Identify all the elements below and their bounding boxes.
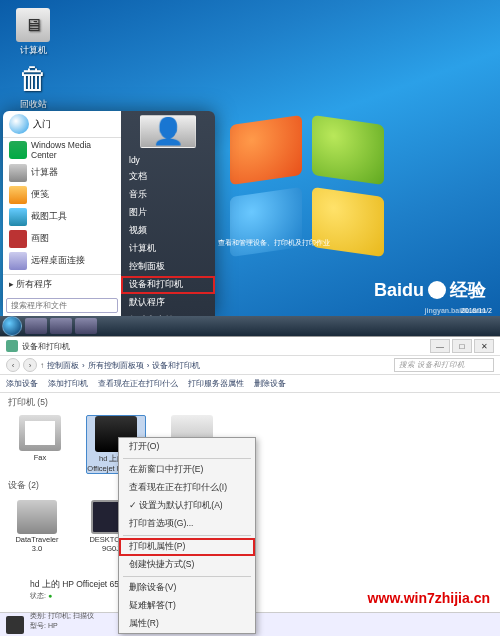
explorer-search[interactable]: 搜索 设备和打印机 bbox=[394, 358, 494, 372]
toolbar-item[interactable]: 删除设备 bbox=[254, 378, 286, 389]
start-menu-right: 👤 ldy文档音乐图片视频计算机控制面板设备和打印机默认程序帮助和支持 bbox=[121, 111, 215, 316]
paw-icon bbox=[428, 281, 446, 299]
window-title: 设备和打印机 bbox=[22, 341, 70, 352]
back-button[interactable]: ‹ bbox=[6, 358, 20, 372]
context-menu-item[interactable]: 删除设备(V) bbox=[119, 579, 255, 597]
forward-button[interactable]: › bbox=[23, 358, 37, 372]
app-icon bbox=[9, 208, 27, 226]
printer-icon bbox=[19, 415, 61, 451]
context-menu-item[interactable]: 疑难解答(T) bbox=[119, 597, 255, 615]
taskbar-explorer-icon[interactable] bbox=[50, 318, 72, 334]
context-menu-item[interactable]: 属性(R) bbox=[119, 615, 255, 633]
start-menu-left: 入门 Windows Media Center计算器便笺截图工具画图远程桌面连接… bbox=[3, 111, 121, 316]
breadcrumb-item[interactable]: 控制面板 bbox=[47, 360, 79, 371]
baidu-watermark: Baidu 经验 jingyan.baidu.com bbox=[374, 278, 486, 302]
desktop-icon-recycle[interactable]: 🗑 回收站 bbox=[10, 62, 56, 111]
toolbar-item[interactable]: 查看现在正在打印什么 bbox=[98, 378, 178, 389]
printers-header: 打印机 (5) bbox=[0, 393, 500, 413]
context-menu-item[interactable]: 打印首选项(G)... bbox=[119, 515, 255, 533]
start-right-item[interactable]: ldy bbox=[121, 152, 215, 168]
start-right-item[interactable]: 控制面板 bbox=[121, 258, 215, 276]
all-programs[interactable]: ▸ 所有程序 bbox=[3, 274, 121, 295]
app-icon bbox=[9, 230, 27, 248]
minimize-button[interactable]: — bbox=[430, 339, 450, 353]
context-menu-item[interactable]: ✓ 设置为默认打印机(A) bbox=[119, 497, 255, 515]
start-menu-item[interactable]: 截图工具 bbox=[3, 206, 121, 228]
desktop-label: 计算机 bbox=[20, 45, 47, 55]
context-menu: 打开(O)在新窗口中打开(E)查看现在正在打印什么(I)✓ 设置为默认打印机(A… bbox=[118, 437, 256, 634]
devices-icon bbox=[6, 340, 18, 352]
device-icon bbox=[17, 500, 57, 534]
printer-item[interactable]: Fax bbox=[10, 415, 70, 462]
status-printer-icon bbox=[6, 616, 24, 634]
start-button[interactable] bbox=[2, 316, 22, 336]
breadcrumb-item[interactable]: 设备和打印机 bbox=[152, 360, 200, 371]
start-menu-item[interactable]: 远程桌面连接 bbox=[3, 250, 121, 272]
getting-started-icon bbox=[9, 114, 29, 134]
start-menu: 入门 Windows Media Center计算器便笺截图工具画图远程桌面连接… bbox=[3, 111, 215, 316]
device-item[interactable]: DataTraveler 3.0 bbox=[10, 500, 64, 553]
user-avatar[interactable]: 👤 bbox=[140, 115, 196, 148]
start-right-item[interactable]: 音乐 bbox=[121, 186, 215, 204]
datetime: 2018/11/2 bbox=[461, 307, 492, 314]
toolbar: 添加设备添加打印机查看现在正在打印什么打印服务器属性删除设备 bbox=[0, 375, 500, 393]
desktop-icon-computer[interactable]: 🖥 计算机 bbox=[10, 8, 56, 57]
recycle-icon: 🗑 bbox=[16, 62, 50, 96]
desktop-label: 回收站 bbox=[20, 99, 47, 109]
start-right-item[interactable]: 设备和打印机 bbox=[121, 276, 215, 294]
start-right-item[interactable]: 图片 bbox=[121, 204, 215, 222]
start-menu-item[interactable]: 便笺 bbox=[3, 184, 121, 206]
app-icon bbox=[9, 164, 27, 182]
start-right-item[interactable]: 文档 bbox=[121, 168, 215, 186]
start-menu-item[interactable]: 计算器 bbox=[3, 162, 121, 184]
maximize-button[interactable]: □ bbox=[452, 339, 472, 353]
app-icon bbox=[9, 141, 27, 159]
toolbar-item[interactable]: 打印服务器属性 bbox=[188, 378, 244, 389]
taskbar bbox=[0, 316, 500, 336]
start-menu-header[interactable]: 入门 bbox=[3, 111, 121, 138]
app-icon bbox=[9, 186, 27, 204]
context-menu-item[interactable]: 在新窗口中打开(E) bbox=[119, 461, 255, 479]
context-menu-item[interactable]: 查看现在正在打印什么(I) bbox=[119, 479, 255, 497]
context-menu-item[interactable]: 打开(O) bbox=[119, 438, 255, 456]
start-menu-tooltip: 查看和管理设备、打印机及打印作业 bbox=[218, 238, 348, 248]
breadcrumb[interactable]: 控制面板 › 所有控制面板项 › 设备和打印机 bbox=[47, 360, 391, 371]
taskbar-media-icon[interactable] bbox=[75, 318, 97, 334]
toolbar-item[interactable]: 添加设备 bbox=[6, 378, 38, 389]
toolbar-item[interactable]: 添加打印机 bbox=[48, 378, 88, 389]
start-menu-item[interactable]: Windows Media Center bbox=[3, 138, 121, 162]
start-menu-item[interactable]: 画图 bbox=[3, 228, 121, 250]
close-button[interactable]: ✕ bbox=[474, 339, 494, 353]
context-menu-item[interactable]: 打印机属性(P) bbox=[119, 538, 255, 556]
computer-icon: 🖥 bbox=[16, 8, 50, 42]
app-icon bbox=[9, 252, 27, 270]
start-right-item[interactable]: 计算机 bbox=[121, 240, 215, 258]
search-input[interactable] bbox=[6, 298, 118, 313]
taskbar-ie-icon[interactable] bbox=[25, 318, 47, 334]
start-right-item[interactable]: 默认程序 bbox=[121, 294, 215, 312]
context-menu-item[interactable]: 创建快捷方式(S) bbox=[119, 556, 255, 574]
status-name: hd 上的 HP Officejet 6500 E710n-z bbox=[30, 579, 494, 591]
start-right-item[interactable]: 视频 bbox=[121, 222, 215, 240]
up-button[interactable]: ↑ bbox=[40, 361, 44, 370]
breadcrumb-item[interactable]: 所有控制面板项 bbox=[88, 360, 144, 371]
